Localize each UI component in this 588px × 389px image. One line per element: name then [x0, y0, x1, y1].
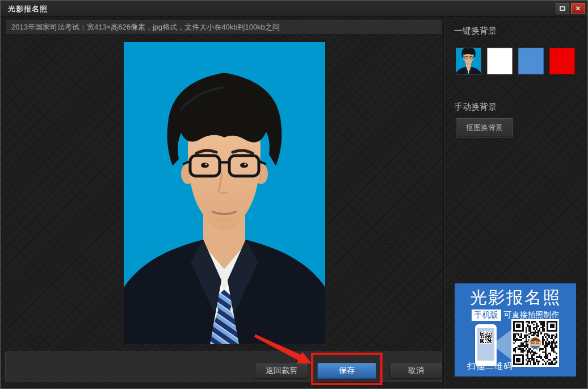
- one-click-background-title: 一键换背景: [454, 26, 497, 36]
- promo-banner[interactable]: 光影报名照 手机版可直接拍照制作: [455, 283, 576, 377]
- background-swatch-row: [456, 48, 575, 74]
- banner-tagline: 可直接拍照制作: [504, 310, 560, 319]
- close-icon: ✕: [575, 5, 581, 12]
- maximize-button[interactable]: [556, 3, 569, 14]
- swatch-original-photo[interactable]: [456, 48, 481, 74]
- scan-beam: [497, 329, 513, 361]
- swatch-red-background[interactable]: [549, 48, 575, 74]
- window-title: 光影报名照: [8, 4, 48, 14]
- title-bar: 光影报名照 ✕: [1, 1, 587, 16]
- mobile-version-badge: 手机版: [472, 309, 501, 321]
- qr-avatar: [528, 336, 542, 350]
- maximize-icon: [560, 6, 565, 11]
- save-highlight-annotation: [311, 353, 383, 385]
- portrait-photo: [124, 42, 325, 344]
- close-button[interactable]: ✕: [571, 3, 585, 14]
- phone-screen: [477, 328, 494, 361]
- photo-spec-bar: 2013年国家司法考试：宽413×高626像素，jpg格式，文件大小在40kb到…: [5, 19, 442, 35]
- scan-qr-label: 扫描二维码: [467, 361, 513, 372]
- sidebar: 一键换背景 手动换背景 抠图换背景 光影报名照 手机版可直接拍照制作: [443, 16, 588, 388]
- banner-title: 光影报名照: [455, 286, 576, 309]
- app-window: 光影报名照 ✕ 2013年国家司法考试：宽413×高626像素，jpg格式，文件…: [0, 0, 588, 389]
- cancel-button[interactable]: 取消: [389, 363, 443, 379]
- phone-icon: [475, 324, 497, 366]
- main-content: 2013年国家司法考试：宽413×高626像素，jpg格式，文件大小在40kb到…: [1, 16, 587, 388]
- manual-background-title: 手动换背景: [454, 102, 497, 112]
- matting-background-button[interactable]: 抠图换背景: [456, 118, 513, 137]
- swatch-white-background[interactable]: [487, 48, 513, 74]
- swatch-blue-background[interactable]: [518, 48, 544, 74]
- mini-qr-code: [480, 331, 492, 344]
- red-arrow-annotation: [248, 332, 316, 367]
